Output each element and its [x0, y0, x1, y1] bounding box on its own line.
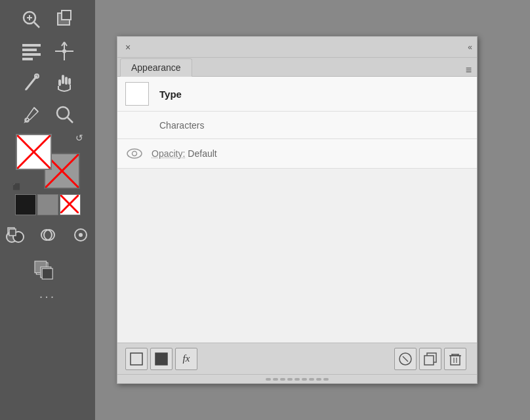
duplicate-button[interactable] [419, 348, 441, 370]
layers-panel-tool[interactable] [32, 255, 64, 284]
shape-tool[interactable] [49, 5, 80, 34]
svg-rect-50 [451, 356, 460, 365]
color-mode-row [15, 194, 81, 215]
toolbar-row-4 [16, 100, 80, 129]
scroll-dots [266, 378, 329, 381]
svg-point-22 [57, 107, 69, 119]
panel-titlebar: × « [117, 37, 477, 58]
svg-rect-18 [68, 78, 71, 85]
svg-point-12 [62, 49, 66, 53]
default-colors-icon[interactable]: ⬛ [12, 183, 20, 190]
panel-close-button[interactable]: × [123, 42, 133, 52]
zoom-tool[interactable] [16, 5, 47, 34]
clone-tool[interactable] [32, 220, 64, 249]
svg-line-23 [68, 117, 73, 123]
more-tools-indicator[interactable]: ··· [39, 289, 56, 304]
empty-content-area [117, 169, 477, 333]
opacity-row: Opacity: Default [117, 139, 477, 169]
svg-point-34 [41, 230, 52, 240]
toolbar-row-2 [16, 37, 80, 66]
type-label: Type [159, 89, 182, 100]
opacity-label: Opacity: [152, 148, 185, 159]
panel-content: Type Characters Opacity: Default [117, 77, 477, 343]
type-row: Type [117, 77, 477, 112]
toolbar-row-3 [16, 68, 80, 97]
panel-menu-button[interactable]: ≡ [466, 64, 472, 76]
svg-rect-44 [131, 353, 142, 365]
svg-rect-9 [22, 58, 33, 60]
appearance-panel: × « Appearance ≡ Type Characters [117, 36, 478, 384]
svg-rect-8 [22, 53, 41, 56]
svg-line-47 [403, 356, 408, 362]
panel-tab-strip: Appearance ≡ [117, 58, 477, 77]
toolbar-row-5 [0, 220, 96, 249]
characters-row: Characters [117, 112, 477, 139]
grey-swatch[interactable] [37, 194, 58, 215]
svg-rect-33 [9, 229, 16, 236]
type-swatch[interactable] [125, 82, 149, 106]
swatch-container: ↺ ⬛ [12, 133, 83, 190]
fx-label: fx [183, 353, 190, 364]
svg-rect-7 [22, 49, 37, 51]
foreground-swatch[interactable] [16, 134, 52, 170]
fx-button[interactable]: fx [175, 348, 197, 370]
layer-comp-tool[interactable] [0, 220, 31, 249]
black-swatch[interactable] [15, 194, 36, 215]
svg-point-43 [132, 152, 137, 156]
none-swatch[interactable] [60, 194, 81, 215]
svg-rect-17 [65, 77, 68, 85]
align-tool[interactable] [16, 37, 47, 66]
hand-tool[interactable] [49, 68, 80, 97]
delete-button[interactable] [444, 348, 466, 370]
svg-rect-5 [62, 10, 71, 20]
svg-rect-16 [62, 75, 64, 84]
brush-tool[interactable] [16, 68, 47, 97]
svg-rect-49 [424, 356, 434, 365]
search-tool[interactable] [49, 100, 80, 129]
clear-button[interactable] [394, 348, 417, 370]
tab-appearance[interactable]: Appearance [120, 58, 192, 77]
svg-rect-45 [155, 353, 167, 365]
add-item-button[interactable] [125, 348, 148, 370]
svg-rect-6 [22, 44, 41, 47]
svg-rect-41 [42, 268, 52, 279]
svg-point-37 [79, 233, 83, 237]
svg-line-1 [34, 22, 39, 28]
swap-colors-icon[interactable]: ↺ [75, 133, 83, 143]
anchor-tool[interactable] [49, 37, 80, 66]
rotate-tool[interactable] [65, 220, 96, 249]
panel-collapse-button[interactable]: « [468, 43, 472, 52]
toolbar-row-1 [16, 5, 80, 34]
panel-footer: fx [117, 343, 477, 374]
opacity-value: Default [188, 148, 216, 159]
eyedropper-tool[interactable] [16, 100, 47, 129]
characters-label: Characters [159, 120, 204, 131]
left-toolbar: ↺ ⬛ [0, 0, 95, 420]
svg-line-20 [34, 108, 38, 112]
svg-point-42 [127, 149, 142, 158]
svg-rect-19 [58, 79, 61, 86]
horizontal-scrollbar[interactable] [117, 374, 477, 383]
svg-point-35 [44, 230, 54, 240]
add-stroke-button[interactable] [150, 348, 173, 370]
toolbar-row-6 [32, 255, 64, 284]
visibility-eye-icon[interactable] [125, 144, 144, 163]
